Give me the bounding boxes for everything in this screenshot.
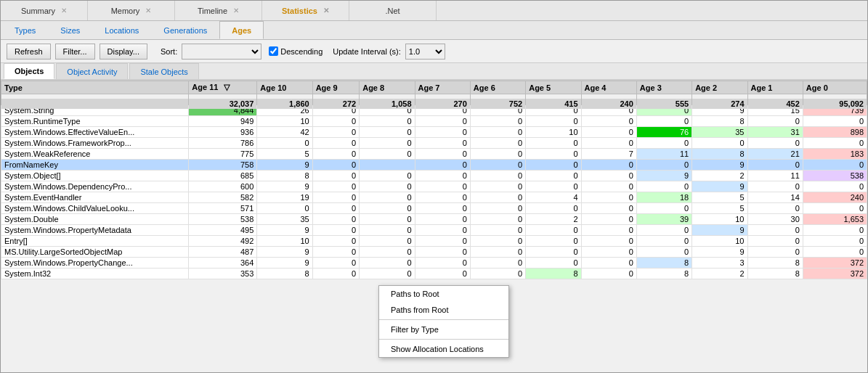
cell-age: 5 — [692, 192, 747, 203]
table-body: System.String4,844260000000915739System.… — [1, 105, 867, 279]
table-row[interactable]: System.Windows.ChildValueLooku...5710000… — [1, 203, 867, 214]
tab-generations[interactable]: Generations — [151, 21, 219, 39]
col-age10[interactable]: Age 10 — [257, 81, 312, 94]
cell-age: 0 — [312, 214, 360, 225]
col-age10-sub: 1,860 — [257, 98, 312, 109]
cell-age: 538 — [803, 171, 867, 181]
context-show-allocation[interactable]: Show Allocation Locations — [379, 341, 508, 357]
cell-age: 8 — [747, 258, 803, 269]
cell-age: 0 — [312, 171, 360, 181]
col-age9[interactable]: Age 9 — [312, 81, 360, 94]
filter-button[interactable]: Filter... — [55, 44, 95, 60]
table-row[interactable]: System.Windows.PropertyChange...36490000… — [1, 258, 867, 269]
cell-age: 10 — [257, 116, 312, 127]
refresh-button[interactable]: Refresh — [7, 44, 51, 60]
cell-age: 600 — [189, 181, 257, 192]
cell-age: 0 — [312, 138, 360, 149]
context-paths-to-root[interactable]: Paths to Root — [379, 286, 508, 302]
tab-summary-close[interactable]: ✕ — [61, 7, 67, 15]
cell-age: 4 — [526, 192, 581, 203]
tab-dotnet[interactable]: .Net — [349, 1, 437, 20]
tab-locations[interactable]: Locations — [92, 21, 151, 39]
table-row[interactable]: Entry[]4921000000001000 — [1, 236, 867, 247]
context-menu: Paths to Root Paths from Root Filter by … — [378, 285, 509, 358]
tab-timeline[interactable]: Timeline ✕ — [175, 1, 262, 20]
cell-age: 0 — [360, 171, 415, 181]
cell-type: System.WeakReference — [1, 149, 189, 160]
cell-age: 495 — [189, 225, 257, 236]
col-type: Type — [1, 81, 189, 94]
table-row[interactable]: System.Int323538000080828372 — [1, 269, 867, 279]
update-interval-label: Update Interval (s): — [333, 47, 401, 56]
col-age7[interactable]: Age 7 — [415, 81, 470, 94]
table-row[interactable]: System.Windows.EffectiveValueEn...936420… — [1, 127, 867, 138]
col-age6[interactable]: Age 6 — [470, 81, 525, 94]
table-row[interactable]: System.Double538350000203910301,653 — [1, 214, 867, 225]
table-row[interactable]: System.RuntimeType949100000000800 — [1, 116, 867, 127]
table-row[interactable]: System.Object[]68580000009211538 — [1, 171, 867, 181]
table-row[interactable]: System.Windows.FrameworkProp...786000000… — [1, 138, 867, 149]
context-divider-1 — [379, 319, 508, 320]
cell-age: 0 — [526, 258, 581, 269]
update-interval-select[interactable]: 1.0 — [405, 44, 445, 60]
obj-tab-bar: Objects Object Activity Stale Objects — [1, 63, 867, 81]
cell-age: 0 — [581, 192, 636, 203]
table-row[interactable]: FromNameKey7589000000900 — [1, 160, 867, 171]
cell-age: 0 — [415, 149, 470, 160]
cell-age: 0 — [257, 138, 312, 149]
col-age0-sub: 95,092 — [803, 98, 867, 109]
cell-age: 0 — [360, 258, 415, 269]
cell-age: 8 — [526, 269, 581, 279]
cell-age: 0 — [803, 160, 867, 171]
tab-types[interactable]: Types — [2, 21, 48, 39]
table-row[interactable]: MS.Utility.LargeSortedObjectMap487900000… — [1, 247, 867, 258]
cell-age: 0 — [526, 236, 581, 247]
col-age0[interactable]: Age 0 — [803, 81, 867, 94]
col-age5-sub: 415 — [526, 98, 581, 109]
cell-age: 0 — [581, 116, 636, 127]
cell-age: 9 — [257, 160, 312, 171]
col-age3[interactable]: Age 3 — [636, 81, 691, 94]
table-row[interactable]: System.WeakReference775500000711821183 — [1, 149, 867, 160]
col-age5[interactable]: Age 5 — [526, 81, 581, 94]
cell-age: 7 — [581, 149, 636, 160]
tab-timeline-close[interactable]: ✕ — [233, 7, 239, 15]
context-paths-from-root[interactable]: Paths from Root — [379, 302, 508, 318]
table-row[interactable]: System.EventHandler5821900004018514240 — [1, 192, 867, 203]
tab-ages[interactable]: Ages — [219, 21, 264, 39]
context-filter-by-type[interactable]: Filter by Type — [379, 321, 508, 337]
descending-checkbox[interactable] — [269, 46, 278, 56]
table-row[interactable]: System.Windows.PropertyMetadata495900000… — [1, 225, 867, 236]
tab-objects[interactable]: Objects — [4, 63, 54, 79]
table-header-row2: 32,037 1,860 272 1,058 270 752 415 240 5… — [1, 94, 867, 105]
cell-age: 8 — [257, 171, 312, 181]
sort-select[interactable] — [182, 44, 261, 60]
cell-age: 0 — [803, 236, 867, 247]
tab-memory[interactable]: Memory ✕ — [88, 1, 175, 20]
cell-age: 0 — [360, 138, 415, 149]
cell-age: 11 — [747, 171, 803, 181]
tab-object-activity[interactable]: Object Activity — [56, 63, 128, 79]
cell-age: 0 — [415, 127, 470, 138]
tab-summary[interactable]: Summary ✕ — [1, 1, 88, 20]
cell-age: 11 — [636, 149, 691, 160]
tab-statistics-close[interactable]: ✕ — [323, 7, 329, 15]
col-age8[interactable]: Age 8 — [360, 81, 415, 94]
tab-stale-objects[interactable]: Stale Objects — [129, 63, 198, 79]
cell-age: 0 — [360, 225, 415, 236]
tab-sizes[interactable]: Sizes — [48, 21, 92, 39]
cell-type: System.Object[] — [1, 171, 189, 181]
col-age11-sub: 32,037 — [189, 98, 257, 109]
col-age4[interactable]: Age 4 — [581, 81, 636, 94]
col-age11[interactable]: Age 11 ▽ — [189, 81, 257, 94]
cell-age: 0 — [470, 203, 525, 214]
cell-age: 364 — [189, 258, 257, 269]
col-age2[interactable]: Age 2 — [692, 81, 747, 94]
tab-memory-close[interactable]: ✕ — [145, 7, 151, 15]
cell-age: 0 — [312, 225, 360, 236]
table-row[interactable]: System.Windows.DependencyPro...600900000… — [1, 181, 867, 192]
tab-statistics[interactable]: Statistics ✕ — [262, 1, 349, 20]
col-age1[interactable]: Age 1 — [747, 81, 803, 94]
display-button[interactable]: Display... — [100, 44, 147, 60]
cell-age: 9 — [257, 181, 312, 192]
